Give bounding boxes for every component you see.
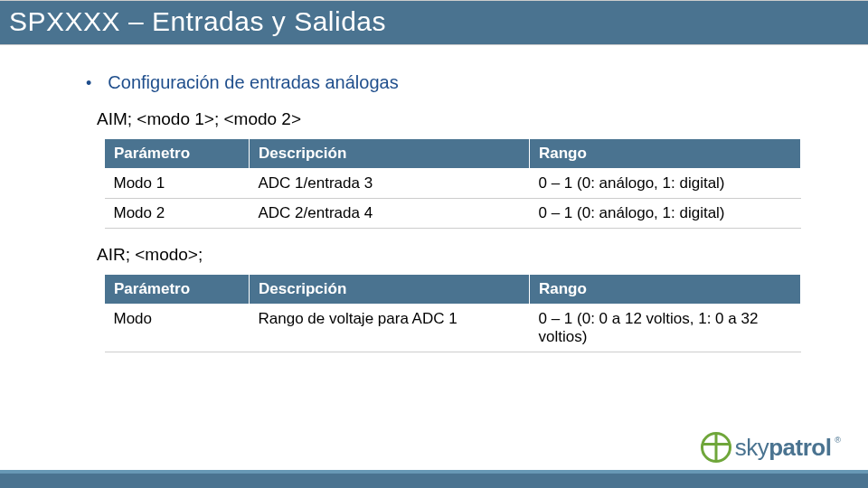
parameters-table-1: Parámetro Descripción Rango Modo 1 ADC 1… bbox=[104, 138, 801, 229]
cell-rango: 0 – 1 (0: 0 a 12 voltios, 1: 0 a 32 volt… bbox=[530, 305, 801, 352]
col-header-descripcion: Descripción bbox=[250, 139, 530, 169]
col-header-descripcion: Descripción bbox=[250, 275, 530, 305]
cell-rango: 0 – 1 (0: análogo, 1: digital) bbox=[530, 169, 801, 199]
registered-icon: ® bbox=[835, 436, 841, 445]
brand-logo: skypatrol ® bbox=[701, 432, 841, 463]
page-title: SPXXXX – Entradas y Salidas bbox=[9, 6, 859, 37]
globe-icon bbox=[701, 432, 731, 463]
bullet-icon: • bbox=[86, 75, 91, 91]
content-area: • Configuración de entradas análogas AIM… bbox=[0, 45, 868, 352]
cell-parametro: Modo 1 bbox=[105, 169, 250, 199]
col-header-rango: Rango bbox=[530, 275, 801, 305]
command-syntax-2: AIR; <modo>; bbox=[97, 245, 805, 265]
parameters-table-2: Parámetro Descripción Rango Modo Rango d… bbox=[104, 274, 801, 352]
bullet-item: • Configuración de entradas análogas bbox=[86, 72, 805, 93]
cell-descripcion: ADC 1/entrada 3 bbox=[250, 169, 530, 199]
logo-text: skypatrol bbox=[735, 434, 832, 462]
command-syntax-1: AIM; <modo 1>; <modo 2> bbox=[97, 109, 805, 129]
cell-descripcion: ADC 2/entrada 4 bbox=[250, 199, 530, 229]
cell-parametro: Modo 2 bbox=[105, 199, 250, 229]
table-row: Modo 2 ADC 2/entrada 4 0 – 1 (0: análogo… bbox=[105, 199, 801, 229]
table-row: Modo 1 ADC 1/entrada 3 0 – 1 (0: análogo… bbox=[105, 169, 801, 199]
col-header-parametro: Parámetro bbox=[105, 275, 250, 305]
bullet-text: Configuración de entradas análogas bbox=[108, 72, 398, 93]
col-header-rango: Rango bbox=[530, 139, 801, 169]
cell-parametro: Modo bbox=[105, 305, 250, 352]
slide: SPXXXX – Entradas y Salidas • Configurac… bbox=[0, 0, 868, 488]
footer-bar bbox=[0, 470, 868, 488]
cell-rango: 0 – 1 (0: análogo, 1: digital) bbox=[530, 199, 801, 229]
title-bar: SPXXXX – Entradas y Salidas bbox=[0, 0, 868, 45]
table-row: Modo Rango de voltaje para ADC 1 0 – 1 (… bbox=[105, 305, 801, 352]
table-header-row: Parámetro Descripción Rango bbox=[105, 139, 801, 169]
col-header-parametro: Parámetro bbox=[105, 139, 250, 169]
table-header-row: Parámetro Descripción Rango bbox=[105, 275, 801, 305]
cell-descripcion: Rango de voltaje para ADC 1 bbox=[250, 305, 530, 352]
